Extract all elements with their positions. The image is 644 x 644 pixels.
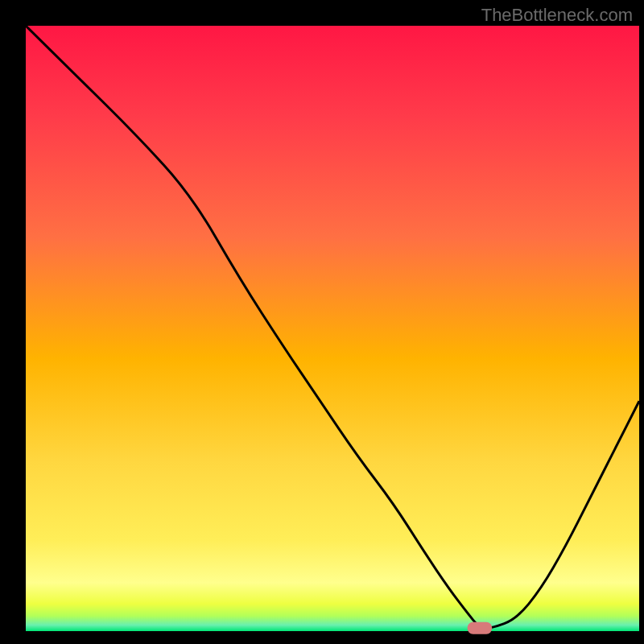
chart-container <box>0 0 644 644</box>
optimal-marker <box>468 622 492 634</box>
bottleneck-chart <box>0 0 644 644</box>
watermark-text: TheBottleneck.com <box>481 5 633 26</box>
